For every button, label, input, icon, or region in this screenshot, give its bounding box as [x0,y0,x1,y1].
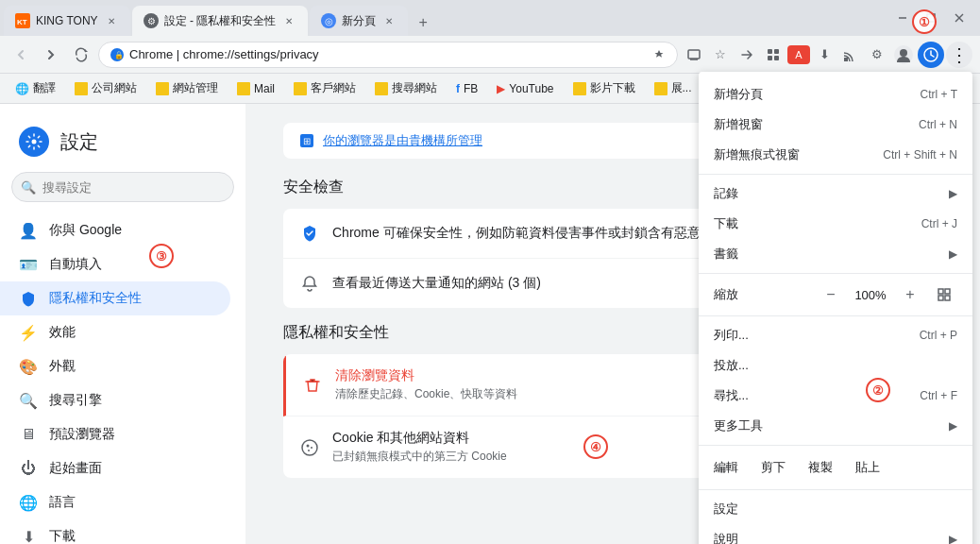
menu-group-new: 新增分頁 Ctrl + T 新增視窗 Ctrl + N 新增無痕式視窗 Ctrl… [699,76,972,175]
zoom-row: 縮放 − 100% + [699,278,972,312]
sidebar-item-default-browser[interactable]: 🖥 預設瀏覽器 [0,417,230,451]
menu-cast-label: 投放... [714,357,957,374]
language-icon: 🌐 [19,493,38,512]
profile-icon[interactable] [891,42,916,67]
menu-new-window-label: 新增視窗 [714,116,904,133]
sidebar-item-autofill[interactable]: 🪪 自動填入 [0,247,230,281]
screen-capture-icon[interactable] [682,42,706,67]
monitor-icon: 🖥 [19,425,38,444]
tab-king-tony[interactable]: KT KING TONY ✕ [4,6,130,36]
sidebar-item-appearance[interactable]: 🎨 外觀 [0,349,230,383]
sidebar-item-language[interactable]: 🌐 語言 [0,485,230,519]
bookmark-video[interactable]: 影片下載 [566,77,643,99]
send-icon[interactable] [735,42,759,67]
sidebar-title: 設定 [60,129,98,155]
search-input[interactable] [11,172,234,202]
bookmark-company[interactable]: 公司網站 [67,77,144,99]
svg-rect-29 [938,289,943,294]
bookmark-star-icon[interactable] [652,48,666,61]
bookmarks-arrow-icon: ▶ [949,247,957,261]
folder-icon-7 [654,82,667,95]
menu-new-window[interactable]: 新增視窗 Ctrl + N [699,110,972,140]
tab-settings-close[interactable]: ✕ [281,13,296,28]
sidebar-item-downloads[interactable]: ⬇ 下載 [0,519,230,544]
menu-group-print: 列印... Ctrl + P 投放... 尋找... Ctrl + F 更多工具… [699,316,972,446]
settings-favicon: ⚙ [144,13,159,28]
settings-logo [19,127,49,157]
menu-settings-label: 設定 [714,501,957,518]
bookmark-translate[interactable]: 🌐 翻譯 [8,77,63,99]
forward-button[interactable] [38,42,64,68]
menu-group-edit: 編輯 剪下 複製 貼上 [699,446,972,490]
bookmark-mail[interactable]: Mail [229,79,282,98]
folder-icon-2 [156,82,169,95]
menu-print-label: 列印... [714,327,904,344]
address-bar[interactable]: 🔒 Chrome | chrome://settings/privacy [98,42,678,68]
cut-button[interactable]: 剪下 [753,455,793,480]
menu-settings[interactable]: 設定 [699,494,972,524]
tab-settings-label: 設定 - 隱私權和安全性 [164,13,277,29]
chrome-menu-button[interactable]: ⋮ [946,42,972,68]
king-tony-favicon: KT [15,13,30,28]
bookmark-search[interactable]: 搜尋網站 [367,77,445,99]
settings-icon[interactable]: ⚙ [865,42,889,67]
maximize-button[interactable] [918,5,944,31]
zoom-expand-button[interactable] [931,281,957,308]
shield-check-icon [298,222,321,245]
menu-downloads[interactable]: 下載 Ctrl + J [699,209,972,239]
sidebar-item-autofill-label: 自動填入 [49,256,102,273]
minimize-button[interactable] [889,5,916,31]
menu-cast[interactable]: 投放... [699,350,972,381]
back-button[interactable] [8,42,34,68]
copy-button[interactable]: 複製 [801,455,840,480]
menu-more-tools[interactable]: 更多工具 ▶ [699,411,972,441]
sidebar-item-performance[interactable]: ⚡ 效能 [0,315,230,349]
svg-rect-17 [774,56,779,60]
menu-print[interactable]: 列印... Ctrl + P [699,320,972,350]
menu-bookmarks[interactable]: 書籤 ▶ [699,239,972,269]
tab-king-tony-close[interactable]: ✕ [104,13,119,28]
sidebar-item-search[interactable]: 🔍 搜尋引擎 [0,383,230,417]
title-bar: KT KING TONY ✕ ⚙ 設定 - 隱私權和安全性 ✕ ◎ [0,0,980,36]
zoom-out-button[interactable]: − [818,281,844,308]
extensions-icon[interactable] [761,42,786,67]
folder-icon [75,82,88,95]
help-arrow-icon: ▶ [949,533,957,544]
menu-help[interactable]: 說明 ▶ [699,524,972,544]
download-icon[interactable]: ⬇ [812,42,836,67]
menu-new-tab[interactable]: 新增分頁 Ctrl + T [699,79,972,110]
folder-icon-4 [294,82,307,95]
menu-find[interactable]: 尋找... Ctrl + F [699,381,972,411]
svg-point-20 [900,49,907,57]
shield-icon [19,289,38,308]
tab-new-tab-close[interactable]: ✕ [381,13,397,28]
search-icon: 🔍 [21,180,36,195]
sidebar-item-browser-label: 預設瀏覽器 [49,426,115,443]
paste-button[interactable]: 貼上 [848,455,887,480]
chrome-update-icon[interactable] [918,42,944,68]
star-icon[interactable]: ☆ [708,42,733,67]
sidebar-item-startup[interactable]: ⏻ 起始畫面 [0,451,230,485]
sidebar-item-privacy[interactable]: 隱私權和安全性 [0,281,230,315]
adblock-icon[interactable]: A [787,45,810,64]
new-tab-button[interactable]: + [410,9,436,36]
zoom-in-button[interactable]: + [897,281,923,308]
tab-settings[interactable]: ⚙ 設定 - 隱私權和安全性 ✕ [132,6,309,36]
svg-text:KT: KT [17,18,27,26]
reload-button[interactable] [68,42,94,68]
menu-new-tab-shortcut: Ctrl + T [921,88,957,101]
cast-icon[interactable] [838,42,863,67]
svg-rect-30 [945,289,950,294]
browser-window: KT KING TONY ✕ ⚙ 設定 - 隱私權和安全性 ✕ ◎ [0,0,980,544]
sidebar-item-google[interactable]: 👤 你與 Google [0,213,230,247]
close-button[interactable] [946,5,972,31]
menu-history[interactable]: 記錄 ▶ [699,178,972,209]
bookmark-youtube[interactable]: ▶ YouTube [489,79,561,98]
search-box: 🔍 [11,172,234,202]
bookmark-site-manager[interactable]: 網站管理 [148,77,226,99]
bookmark-client[interactable]: 客戶網站 [286,77,363,99]
tab-new-tab[interactable]: ◎ 新分頁 ✕ [310,6,408,36]
bookmark-fb[interactable]: f FB [448,79,485,98]
menu-incognito[interactable]: 新增無痕式視窗 Ctrl + Shift + N [699,140,972,170]
bookmark-more[interactable]: 展... [647,77,700,99]
